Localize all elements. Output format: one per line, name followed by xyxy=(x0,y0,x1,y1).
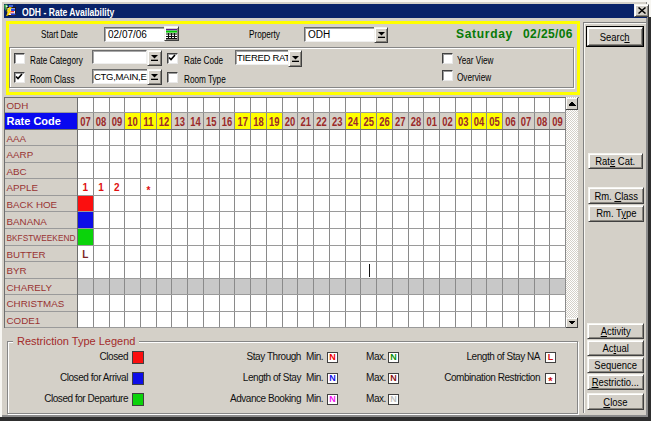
svg-text:07: 07 xyxy=(521,115,532,129)
svg-text:12: 12 xyxy=(159,115,170,129)
svg-text:2: 2 xyxy=(114,182,120,193)
svg-text:17: 17 xyxy=(238,115,249,129)
svg-text:11: 11 xyxy=(143,115,154,129)
svg-text:09: 09 xyxy=(552,115,563,129)
svg-text:24: 24 xyxy=(348,115,359,129)
svg-text:20: 20 xyxy=(285,115,296,129)
svg-text:03: 03 xyxy=(458,115,469,129)
svg-text:05: 05 xyxy=(489,115,500,129)
svg-text:BANANA: BANANA xyxy=(7,216,48,227)
svg-text:CHRISTMAS: CHRISTMAS xyxy=(7,298,65,309)
svg-text:BACK HOE: BACK HOE xyxy=(7,199,58,210)
svg-text:21: 21 xyxy=(301,115,312,129)
svg-text:25: 25 xyxy=(363,115,374,129)
svg-text:18: 18 xyxy=(253,115,264,129)
svg-text:28: 28 xyxy=(411,115,422,129)
svg-text:16: 16 xyxy=(222,115,233,129)
svg-text:23: 23 xyxy=(332,115,343,129)
svg-text:08: 08 xyxy=(537,115,548,129)
svg-text:04: 04 xyxy=(474,115,485,129)
svg-text:01: 01 xyxy=(426,115,437,129)
svg-text:CODE1: CODE1 xyxy=(7,315,41,326)
svg-text:BUTTER: BUTTER xyxy=(7,249,46,260)
svg-text:02: 02 xyxy=(442,115,453,129)
svg-text:1: 1 xyxy=(83,182,89,193)
svg-text:09: 09 xyxy=(112,115,123,129)
svg-text:AARP: AARP xyxy=(7,149,34,160)
svg-text:1: 1 xyxy=(98,182,104,193)
svg-text:ABC: ABC xyxy=(7,166,27,177)
svg-text:Rate Code: Rate Code xyxy=(7,115,61,127)
svg-text:ODH: ODH xyxy=(7,100,29,111)
svg-text:19: 19 xyxy=(269,115,280,129)
svg-text:07: 07 xyxy=(80,115,91,129)
svg-text:BKFSTWEEKEND: BKFSTWEEKEND xyxy=(7,232,76,243)
svg-text:10: 10 xyxy=(127,115,138,129)
svg-text:14: 14 xyxy=(190,115,201,129)
svg-text:*: * xyxy=(146,185,150,196)
svg-text:L: L xyxy=(82,249,88,260)
svg-text:BYR: BYR xyxy=(7,265,27,276)
svg-text:13: 13 xyxy=(175,115,186,129)
svg-text:15: 15 xyxy=(206,115,217,129)
svg-text:27: 27 xyxy=(395,115,406,129)
svg-text:06: 06 xyxy=(505,115,516,129)
svg-text:AAA: AAA xyxy=(7,133,27,144)
svg-text:APPLE: APPLE xyxy=(7,182,39,193)
svg-text:22: 22 xyxy=(316,115,327,129)
svg-text:CHARELY: CHARELY xyxy=(7,282,53,293)
svg-text:08: 08 xyxy=(96,115,107,129)
svg-text:26: 26 xyxy=(379,115,390,129)
